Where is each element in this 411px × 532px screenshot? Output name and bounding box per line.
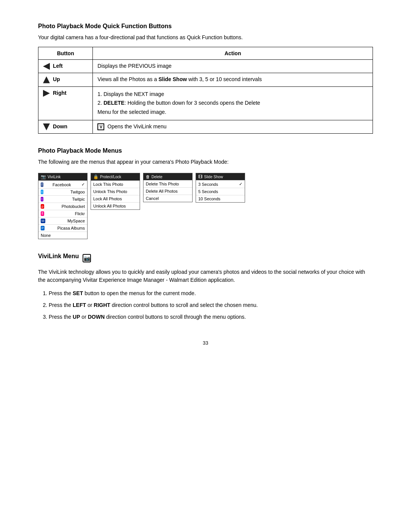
- table-row: Left Displays the PREVIOUS image: [38, 60, 373, 73]
- down-arrow-icon: [43, 123, 50, 130]
- list-item: t Twitpic: [38, 195, 87, 203]
- delete-header-icon: 🗑: [146, 174, 150, 179]
- up-arrow-icon: [43, 77, 50, 83]
- list-item: 3 Seconds ✓: [196, 180, 245, 188]
- list-item: fl Flickr: [38, 210, 87, 217]
- table-row: Down V Opens the ViviLink menu: [38, 120, 373, 133]
- 5sec-label: 5 Seconds: [198, 189, 218, 194]
- slide-show-bold: Slide Show: [158, 76, 187, 82]
- action-up-cell: Views all the Photos as a Slide Show wit…: [93, 73, 373, 86]
- twitpic-label: Twitpic: [72, 197, 85, 201]
- table-row: Right 1. Displays the NEXT image 2. DELE…: [38, 86, 373, 120]
- action-right-cell: 1. Displays the NEXT image 2. DELETE: Ho…: [93, 86, 373, 120]
- myspace-icon: M: [41, 219, 45, 223]
- up-bold: UP: [73, 314, 80, 320]
- protect-menu-box: 🔒 Protect/Lock Lock This Photo Unlock Th…: [91, 173, 140, 210]
- vivilink-title-icon: 📷: [83, 254, 91, 262]
- btn-left-cell: Left: [38, 60, 93, 73]
- vivilink-body: The ViviLink technology allows you to qu…: [38, 268, 373, 284]
- lock-all-label: Lock All Photos: [93, 197, 122, 201]
- list-item: Cancel: [143, 195, 192, 202]
- picasa-icon: P: [41, 226, 45, 230]
- btn-down-label: Down: [53, 123, 67, 129]
- right-arrow-icon: [43, 90, 50, 97]
- page-number: 33: [38, 340, 373, 346]
- list-item: Unlock This Photo: [91, 188, 140, 195]
- quick-function-section: Photo Playback Mode Quick Function Butto…: [38, 23, 373, 134]
- protect-menu-header: 🔒 Protect/Lock: [91, 173, 140, 181]
- list-item: t Twitgoo: [38, 188, 87, 195]
- btn-left-label: Left: [53, 63, 63, 69]
- lock-photo-label: Lock This Photo: [93, 182, 123, 187]
- list-item: f Facebook ✓: [38, 181, 87, 188]
- list-item: Delete All Photos: [143, 187, 192, 195]
- left-arrow-icon: [43, 63, 50, 70]
- list-item: Lock This Photo: [91, 181, 140, 188]
- picasa-label: Picasa Albums: [57, 226, 85, 230]
- photobucket-label: Photobucket: [62, 204, 85, 209]
- playback-menus-section: Photo Playback Mode Menus The following …: [38, 147, 373, 239]
- slideshow-menu-box: 🎞 Slide Show 3 Seconds ✓ 5 Seconds 10 Se…: [196, 173, 245, 203]
- slideshow-header-label: Slide Show: [204, 175, 223, 179]
- btn-right-cell: Right: [38, 86, 93, 120]
- playback-menus-title: Photo Playback Mode Menus: [38, 147, 373, 154]
- list-item: None: [38, 232, 87, 239]
- flickr-label: Flickr: [75, 211, 85, 216]
- vivilink-down-icon: V: [97, 123, 104, 130]
- btn-right-label: Right: [53, 90, 67, 96]
- playback-menus-desc: The following are the menus that appear …: [38, 158, 373, 166]
- delete-cancel-label: Cancel: [146, 196, 159, 201]
- twitpic-icon: t: [41, 197, 43, 201]
- 3sec-check: ✓: [238, 182, 242, 187]
- slideshow-header-icon: 🎞: [198, 174, 202, 179]
- action-down-text: Opens the ViviLink menu: [107, 123, 166, 129]
- right-bold: RIGHT: [94, 302, 110, 308]
- none-label: None: [41, 233, 51, 238]
- delete-bold: DELETE: [104, 100, 124, 106]
- twitgoo-icon: t: [41, 190, 43, 194]
- facebook-check: ✓: [80, 182, 85, 187]
- action-left-cell: Displays the PREVIOUS image: [93, 60, 373, 73]
- down-bold: DOWN: [88, 314, 105, 320]
- unlock-photo-label: Unlock This Photo: [93, 189, 127, 194]
- delete-all-photos-label: Delete All Photos: [146, 189, 178, 193]
- unlock-all-label: Unlock All Photos: [93, 204, 126, 208]
- set-bold: SET: [73, 290, 83, 296]
- list-item: 10 Seconds: [196, 195, 245, 202]
- delete-menu-header: 🗑 Delete: [143, 173, 192, 180]
- facebook-label: Facebook: [53, 182, 71, 187]
- 3sec-label: 3 Seconds: [198, 182, 218, 187]
- 10sec-label: 10 Seconds: [198, 197, 220, 201]
- quick-function-table: Button Action Left Displays the PREVIOUS…: [38, 47, 373, 134]
- photobucket-icon: p: [41, 204, 44, 209]
- protect-header-icon: 🔒: [93, 174, 99, 179]
- action-right-text: 1. Displays the NEXT image 2. DELETE: Ho…: [97, 90, 368, 117]
- protect-header-label: Protect/Lock: [100, 175, 121, 179]
- list-item: P Picasa Albums: [38, 224, 87, 232]
- twitgoo-label: Twitgoo: [70, 190, 85, 194]
- myspace-label: MySpace: [67, 219, 85, 223]
- vivilink-menu-heading-row: ViviLink Menu 📷: [38, 253, 373, 264]
- delete-this-photo-label: Delete This Photo: [146, 182, 179, 186]
- list-item: Unlock All Photos: [91, 202, 140, 209]
- vivilink-menu-section: ViviLink Menu 📷 The ViviLink technology …: [38, 253, 373, 321]
- quick-function-title: Photo Playback Mode Quick Function Butto…: [38, 23, 373, 30]
- facebook-icon: f: [41, 182, 43, 187]
- list-item: Lock All Photos: [91, 195, 140, 202]
- action-left-text: Displays the PREVIOUS image: [97, 63, 172, 69]
- btn-up-label: Up: [53, 76, 60, 82]
- list-item: Press the UP or DOWN direction control b…: [49, 313, 373, 321]
- vivilink-steps-list: Press the SET button to open the menus f…: [49, 289, 373, 321]
- vivilink-header-icon: 📷: [41, 174, 46, 179]
- slideshow-menu-header: 🎞 Slide Show: [196, 173, 245, 180]
- vivilink-header-label: ViviLink: [48, 175, 61, 179]
- list-item: 5 Seconds: [196, 188, 245, 195]
- list-item: Delete This Photo: [143, 180, 192, 187]
- vivilink-menu-header: 📷 ViviLink: [38, 173, 87, 181]
- list-item: Press the LEFT or RIGHT direction contro…: [49, 301, 373, 309]
- list-item: Press the SET button to open the menus f…: [49, 289, 373, 297]
- btn-up-cell: Up: [38, 73, 93, 86]
- table-header-action: Action: [93, 47, 373, 60]
- quick-function-desc: Your digital camera has a four-direction…: [38, 34, 373, 42]
- table-header-button: Button: [38, 47, 93, 60]
